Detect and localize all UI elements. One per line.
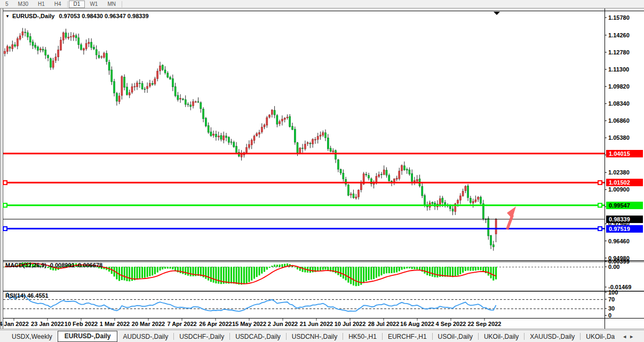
price-tick-1.02380: 1.02380 — [608, 169, 630, 176]
rsi-tick-0: 0 — [608, 312, 611, 319]
tab-audusd-daily[interactable]: AUDUSD-,Daily — [117, 331, 173, 342]
timeframe-m30-button[interactable]: M30 — [13, 1, 33, 8]
rsi-label: RSI(14) 46.4551 — [5, 292, 49, 299]
hline-1.01502-left-handle[interactable] — [3, 181, 7, 185]
price-tick-1.09820: 1.09820 — [608, 83, 630, 90]
date-label-9: 2 Jun 2022 — [268, 321, 298, 327]
mt4-chart-window: { "toolbar": { "timeframes": ["5","M30",… — [0, 0, 644, 342]
ohlc-values: 0.97053 0.98430 0.96347 0.98339 — [59, 13, 148, 19]
hline-0.97519-left-handle[interactable] — [3, 227, 7, 230]
tab-usdx-weekly[interactable]: USDX,Weekly — [6, 331, 58, 342]
tab-eurusd-daily[interactable]: EURUSD-,Daily — [58, 331, 118, 342]
price-badge-1.01502: 1.01502 — [606, 179, 643, 186]
rsi-tick-70: 70 — [608, 296, 615, 303]
price-tick-1.12780: 1.12780 — [608, 49, 630, 55]
timeframe-toolbar: 5M30H1H4D1W1MN — [0, 0, 644, 8]
tab-usdchf-daily[interactable]: USDCHF-,Daily — [174, 331, 229, 342]
date-label-7: 26 Apr 2022 — [199, 321, 232, 327]
candlestick-series — [4, 28, 497, 251]
price-badge-1.04015: 1.04015 — [606, 150, 643, 157]
chart-canvas[interactable] — [0, 0, 644, 342]
price-tick-1.06860: 1.06860 — [608, 117, 630, 124]
trend-arrow-annotation[interactable] — [506, 206, 516, 230]
chart-title: ▼EURUSD-,Daily0.97053 0.98430 0.96347 0.… — [5, 13, 149, 19]
hline-0.99547-right-handle[interactable] — [598, 203, 602, 207]
symbol-dropdown-icon[interactable]: ▼ — [5, 14, 10, 19]
date-label-10: 21 Jun 2022 — [300, 321, 333, 327]
tab-xauusd-daily[interactable]: XAUUSD-,Daily — [524, 331, 580, 342]
date-label-3: 10 Feb 2022 — [65, 321, 98, 327]
rsi-tick-30: 30 — [608, 305, 615, 312]
toolbar-separator — [122, 1, 122, 7]
macd-label: MACD(12,26,9) -0.008991 -0.006678 — [5, 262, 102, 268]
price-badge-0.98339: 0.98339 — [606, 216, 643, 223]
timeframe-5-button[interactable]: 5 — [1, 1, 13, 8]
date-label-6: 7 Apr 2022 — [167, 321, 196, 327]
tabbar-scroll-left-icon[interactable]: ◄ — [622, 334, 627, 339]
date-label-2: 23 Jan 2022 — [31, 321, 64, 327]
tab-usdcad-daily[interactable]: USDCAD-,Daily — [230, 331, 286, 342]
timeframe-w1-button[interactable]: W1 — [85, 1, 102, 8]
tab-usdcnh-daily[interactable]: USDCNH-,Daily — [287, 331, 343, 342]
hline-1.01502-right-handle[interactable] — [598, 181, 602, 185]
date-label-8: 15 May 2022 — [232, 321, 266, 327]
symbol-tabbar: USDX,WeeklyEURUSD-,DailyAUDUSD-,DailyUSD… — [0, 330, 644, 342]
macd-tick-0.00: 0.00 — [608, 264, 619, 270]
rsi-name: RSI(14) — [5, 292, 26, 299]
tab-usoil-daily[interactable]: USOil-,Daily — [433, 331, 478, 342]
price-tick-1.08340: 1.08340 — [608, 100, 630, 107]
tab-ukoil-da[interactable]: UKOil-,Da — [581, 331, 620, 342]
macd-name: MACD(12,26,9) — [5, 262, 46, 268]
timeframe-mn-button[interactable]: MN — [102, 1, 121, 8]
toolbar-separator — [67, 1, 68, 7]
symbol-period-label: EURUSD-,Daily — [12, 13, 54, 19]
date-label-11: 10 Jul 2022 — [335, 321, 366, 327]
price-badge-0.99547: 0.99547 — [606, 202, 643, 209]
price-tick-1.11300: 1.11300 — [608, 66, 629, 73]
hline-0.97519-right-handle[interactable] — [598, 227, 602, 230]
tab-ukoil-daily[interactable]: UKOil-,Daily — [479, 331, 524, 342]
rsi-tick-100: 100 — [608, 289, 618, 296]
rsi-current-value: 46.4551 — [27, 292, 49, 299]
date-label-12: 28 Jul 2022 — [368, 321, 400, 327]
macd-current-values: -0.008991 -0.006678 — [48, 262, 102, 268]
date-label-14: 4 Sep 2022 — [436, 321, 466, 327]
date-label-5: 20 Mar 2022 — [132, 321, 165, 327]
timeframe-d1-button[interactable]: D1 — [69, 1, 85, 8]
tab-hk50-h1[interactable]: HK50-,H1 — [343, 331, 382, 342]
price-badge-0.97519: 0.97519 — [606, 225, 643, 233]
date-label-15: 22 Sep 2022 — [468, 321, 502, 327]
date-label-13: 16 Aug 2022 — [400, 321, 434, 327]
hline-0.99547-left-handle[interactable] — [3, 203, 7, 207]
chart-shift-marker-icon[interactable] — [494, 12, 500, 15]
price-tick-1.05380: 1.05380 — [608, 134, 630, 141]
price-tick-1.00900: 1.00900 — [608, 186, 630, 193]
date-label-4: 1 Mar 2022 — [100, 321, 130, 327]
timeframe-h1-button[interactable]: H1 — [33, 1, 50, 8]
tabbar-scroll-right-icon[interactable]: ► — [629, 334, 634, 339]
timeframe-h4-button[interactable]: H4 — [50, 1, 66, 8]
date-label-1: 4 Jan 2022 — [0, 321, 29, 327]
price-tick-1.15780: 1.15780 — [608, 14, 630, 21]
price-tick-1.14260: 1.14260 — [608, 32, 630, 38]
tab-eurchf-h1[interactable]: EURCHF-,H1 — [383, 331, 432, 342]
price-tick-0.96460: 0.96460 — [608, 238, 630, 244]
